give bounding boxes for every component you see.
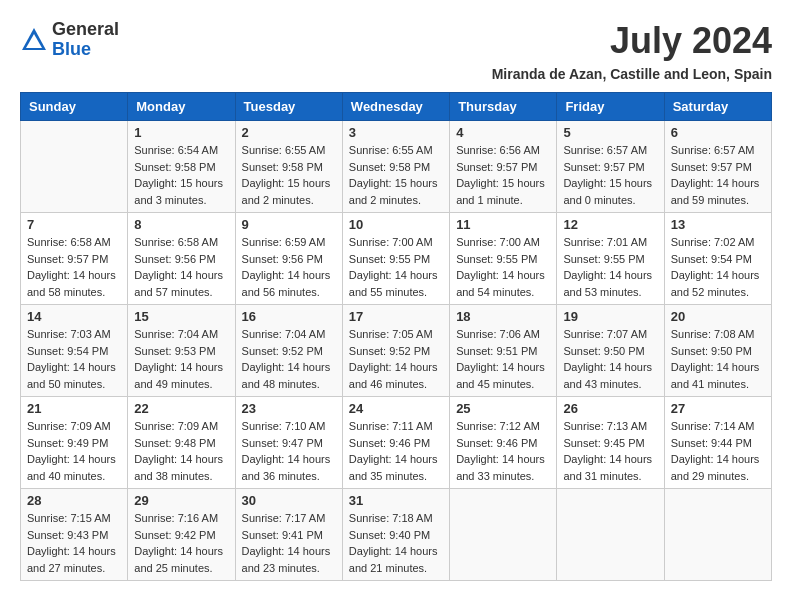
day-info: Sunrise: 6:57 AMSunset: 9:57 PMDaylight:… [671,142,765,208]
calendar-cell: 28Sunrise: 7:15 AMSunset: 9:43 PMDayligh… [21,489,128,581]
day-info: Sunrise: 7:16 AMSunset: 9:42 PMDaylight:… [134,510,228,576]
day-number: 9 [242,217,336,232]
calendar-cell [21,121,128,213]
day-info: Sunrise: 7:06 AMSunset: 9:51 PMDaylight:… [456,326,550,392]
weekday-header-monday: Monday [128,93,235,121]
calendar-cell [450,489,557,581]
calendar-cell: 18Sunrise: 7:06 AMSunset: 9:51 PMDayligh… [450,305,557,397]
day-info: Sunrise: 6:55 AMSunset: 9:58 PMDaylight:… [242,142,336,208]
day-number: 10 [349,217,443,232]
page-header: General Blue July 2024 [20,20,772,62]
calendar-week-row: 14Sunrise: 7:03 AMSunset: 9:54 PMDayligh… [21,305,772,397]
calendar-cell: 21Sunrise: 7:09 AMSunset: 9:49 PMDayligh… [21,397,128,489]
logo-general-text: General [52,20,119,40]
calendar-cell: 19Sunrise: 7:07 AMSunset: 9:50 PMDayligh… [557,305,664,397]
day-number: 7 [27,217,121,232]
day-number: 6 [671,125,765,140]
calendar-cell: 17Sunrise: 7:05 AMSunset: 9:52 PMDayligh… [342,305,449,397]
day-number: 28 [27,493,121,508]
location-subtitle: Miranda de Azan, Castille and Leon, Spai… [20,66,772,82]
weekday-header-saturday: Saturday [664,93,771,121]
day-info: Sunrise: 7:03 AMSunset: 9:54 PMDaylight:… [27,326,121,392]
day-number: 1 [134,125,228,140]
day-info: Sunrise: 7:07 AMSunset: 9:50 PMDaylight:… [563,326,657,392]
calendar-cell: 6Sunrise: 6:57 AMSunset: 9:57 PMDaylight… [664,121,771,213]
day-info: Sunrise: 7:10 AMSunset: 9:47 PMDaylight:… [242,418,336,484]
day-info: Sunrise: 7:08 AMSunset: 9:50 PMDaylight:… [671,326,765,392]
calendar-cell: 15Sunrise: 7:04 AMSunset: 9:53 PMDayligh… [128,305,235,397]
day-info: Sunrise: 7:01 AMSunset: 9:55 PMDaylight:… [563,234,657,300]
day-info: Sunrise: 7:15 AMSunset: 9:43 PMDaylight:… [27,510,121,576]
day-number: 3 [349,125,443,140]
calendar-cell: 30Sunrise: 7:17 AMSunset: 9:41 PMDayligh… [235,489,342,581]
calendar-cell: 29Sunrise: 7:16 AMSunset: 9:42 PMDayligh… [128,489,235,581]
day-info: Sunrise: 6:55 AMSunset: 9:58 PMDaylight:… [349,142,443,208]
calendar-cell: 8Sunrise: 6:58 AMSunset: 9:56 PMDaylight… [128,213,235,305]
calendar-cell: 4Sunrise: 6:56 AMSunset: 9:57 PMDaylight… [450,121,557,213]
weekday-header-tuesday: Tuesday [235,93,342,121]
calendar-cell: 31Sunrise: 7:18 AMSunset: 9:40 PMDayligh… [342,489,449,581]
day-number: 8 [134,217,228,232]
day-number: 17 [349,309,443,324]
calendar-table: SundayMondayTuesdayWednesdayThursdayFrid… [20,92,772,581]
day-number: 11 [456,217,550,232]
weekday-header-row: SundayMondayTuesdayWednesdayThursdayFrid… [21,93,772,121]
calendar-cell: 20Sunrise: 7:08 AMSunset: 9:50 PMDayligh… [664,305,771,397]
logo-blue-text: Blue [52,40,119,60]
day-info: Sunrise: 7:00 AMSunset: 9:55 PMDaylight:… [456,234,550,300]
day-number: 13 [671,217,765,232]
calendar-cell: 3Sunrise: 6:55 AMSunset: 9:58 PMDaylight… [342,121,449,213]
weekday-header-thursday: Thursday [450,93,557,121]
calendar-cell [557,489,664,581]
day-number: 23 [242,401,336,416]
day-info: Sunrise: 6:56 AMSunset: 9:57 PMDaylight:… [456,142,550,208]
day-number: 16 [242,309,336,324]
title-block: July 2024 [610,20,772,62]
day-info: Sunrise: 7:13 AMSunset: 9:45 PMDaylight:… [563,418,657,484]
day-number: 19 [563,309,657,324]
day-info: Sunrise: 6:58 AMSunset: 9:56 PMDaylight:… [134,234,228,300]
day-number: 27 [671,401,765,416]
calendar-cell: 24Sunrise: 7:11 AMSunset: 9:46 PMDayligh… [342,397,449,489]
calendar-week-row: 1Sunrise: 6:54 AMSunset: 9:58 PMDaylight… [21,121,772,213]
calendar-week-row: 28Sunrise: 7:15 AMSunset: 9:43 PMDayligh… [21,489,772,581]
month-title: July 2024 [610,20,772,62]
day-info: Sunrise: 7:12 AMSunset: 9:46 PMDaylight:… [456,418,550,484]
day-info: Sunrise: 7:04 AMSunset: 9:52 PMDaylight:… [242,326,336,392]
day-info: Sunrise: 6:58 AMSunset: 9:57 PMDaylight:… [27,234,121,300]
day-number: 18 [456,309,550,324]
day-number: 22 [134,401,228,416]
day-info: Sunrise: 6:57 AMSunset: 9:57 PMDaylight:… [563,142,657,208]
calendar-cell: 7Sunrise: 6:58 AMSunset: 9:57 PMDaylight… [21,213,128,305]
day-number: 14 [27,309,121,324]
logo: General Blue [20,20,119,60]
day-number: 31 [349,493,443,508]
day-info: Sunrise: 7:17 AMSunset: 9:41 PMDaylight:… [242,510,336,576]
day-info: Sunrise: 7:09 AMSunset: 9:48 PMDaylight:… [134,418,228,484]
calendar-cell: 25Sunrise: 7:12 AMSunset: 9:46 PMDayligh… [450,397,557,489]
calendar-cell: 5Sunrise: 6:57 AMSunset: 9:57 PMDaylight… [557,121,664,213]
weekday-header-friday: Friday [557,93,664,121]
calendar-cell: 2Sunrise: 6:55 AMSunset: 9:58 PMDaylight… [235,121,342,213]
day-info: Sunrise: 6:54 AMSunset: 9:58 PMDaylight:… [134,142,228,208]
day-number: 26 [563,401,657,416]
day-info: Sunrise: 7:02 AMSunset: 9:54 PMDaylight:… [671,234,765,300]
calendar-cell: 11Sunrise: 7:00 AMSunset: 9:55 PMDayligh… [450,213,557,305]
day-number: 21 [27,401,121,416]
logo-text: General Blue [52,20,119,60]
weekday-header-sunday: Sunday [21,93,128,121]
day-info: Sunrise: 7:05 AMSunset: 9:52 PMDaylight:… [349,326,443,392]
day-number: 12 [563,217,657,232]
calendar-week-row: 7Sunrise: 6:58 AMSunset: 9:57 PMDaylight… [21,213,772,305]
day-number: 29 [134,493,228,508]
calendar-cell: 13Sunrise: 7:02 AMSunset: 9:54 PMDayligh… [664,213,771,305]
day-info: Sunrise: 7:14 AMSunset: 9:44 PMDaylight:… [671,418,765,484]
calendar-cell: 10Sunrise: 7:00 AMSunset: 9:55 PMDayligh… [342,213,449,305]
calendar-cell: 16Sunrise: 7:04 AMSunset: 9:52 PMDayligh… [235,305,342,397]
logo-icon [20,26,48,54]
calendar-cell: 23Sunrise: 7:10 AMSunset: 9:47 PMDayligh… [235,397,342,489]
day-number: 25 [456,401,550,416]
day-info: Sunrise: 6:59 AMSunset: 9:56 PMDaylight:… [242,234,336,300]
day-info: Sunrise: 7:11 AMSunset: 9:46 PMDaylight:… [349,418,443,484]
day-number: 4 [456,125,550,140]
